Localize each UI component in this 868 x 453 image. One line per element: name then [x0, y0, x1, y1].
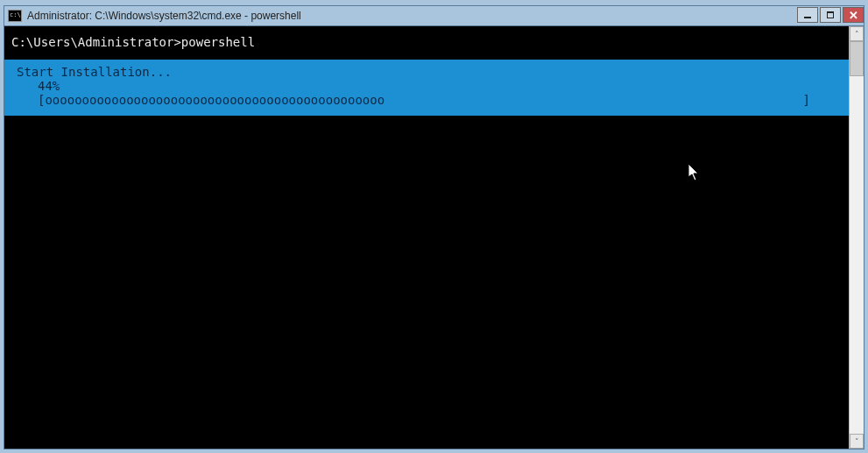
- scroll-down-button[interactable]: ˅: [850, 434, 864, 449]
- terminal[interactable]: C:\Users\Administrator>powershell Start …: [4, 26, 849, 449]
- progress-title: Start Installation...: [11, 63, 842, 79]
- cmd-icon: [8, 10, 22, 22]
- vertical-scrollbar[interactable]: ˄ ˅: [849, 26, 864, 449]
- content-area: C:\Users\Administrator>powershell Start …: [4, 25, 864, 449]
- progress-block: Start Installation... 44% [ oooooooooooo…: [4, 60, 849, 116]
- cmd-window: Administrator: C:\Windows\system32\cmd.e…: [4, 5, 864, 449]
- minimize-icon: [804, 17, 811, 18]
- prompt-line: C:\Users\Administrator>powershell: [4, 26, 849, 53]
- titlebar[interactable]: Administrator: C:\Windows\system32\cmd.e…: [4, 6, 864, 25]
- scroll-up-button[interactable]: ˄: [850, 26, 864, 41]
- maximize-icon: [827, 11, 834, 18]
- scroll-thumb[interactable]: [850, 41, 864, 76]
- window-title: Administrator: C:\Windows\system32\cmd.e…: [27, 10, 795, 22]
- scroll-track[interactable]: [850, 41, 864, 434]
- close-icon: ✕: [849, 10, 858, 21]
- minimize-button[interactable]: [797, 7, 818, 23]
- window-controls: ✕: [795, 7, 864, 25]
- progress-bar-close: ]: [803, 93, 836, 107]
- progress-percent: 44%: [11, 79, 842, 93]
- progress-bar: [ oooooooooooooooooooooooooooooooooooooo…: [11, 93, 842, 110]
- progress-bar-open: [: [38, 93, 45, 107]
- close-button[interactable]: ✕: [843, 7, 864, 23]
- progress-bar-fill: oooooooooooooooooooooooooooooooooooooooo…: [45, 93, 385, 107]
- progress-bar-empty: [385, 93, 802, 107]
- maximize-button[interactable]: [820, 7, 841, 23]
